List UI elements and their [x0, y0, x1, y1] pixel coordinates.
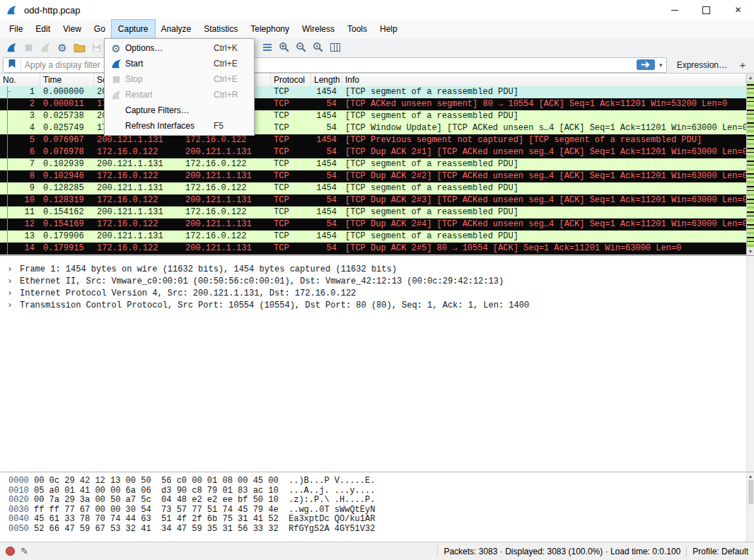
- hex-bytes: 05 a0 01 41 00 00 6a 06 d3 90 c8 79 01 8…: [34, 486, 289, 496]
- cell-source: 200.121.1.131: [94, 134, 182, 146]
- scroll-up-icon[interactable]: ▲: [747, 472, 754, 480]
- cell-info: [TCP segment of a reassembled PDU]: [342, 158, 746, 170]
- zoom-out-icon: [296, 42, 307, 53]
- expand-arrow-icon[interactable]: ›: [8, 275, 20, 287]
- capture-menu-start[interactable]: StartCtrl+E: [105, 56, 254, 71]
- cell-time: 0.128285: [40, 182, 94, 194]
- packet-row-9[interactable]: 90.128285200.121.1.131172.16.0.122TCP145…: [0, 182, 746, 194]
- packet-row-11[interactable]: 110.154162200.121.1.131172.16.0.122TCP14…: [0, 206, 746, 218]
- capture-menu-options[interactable]: ⚙Options…Ctrl+K: [105, 40, 254, 56]
- menu-edit[interactable]: Edit: [29, 20, 57, 38]
- expand-arrow-icon[interactable]: ›: [8, 287, 20, 299]
- hex-row[interactable]: 000000 0c 29 42 12 13 00 50 56 c0 00 01 …: [0, 477, 754, 486]
- detail-row[interactable]: ›Ethernet II, Src: Vmware_c0:00:01 (00:5…: [0, 275, 754, 287]
- cell-protocol: TCP: [271, 194, 311, 206]
- cell-destination: 200.121.1.131: [182, 146, 271, 158]
- hex-row[interactable]: 004045 61 33 78 70 74 44 63 51 4f 2f 6b …: [0, 515, 754, 525]
- menu-help[interactable]: Help: [373, 20, 404, 38]
- display-filter-field[interactable]: ▾: [3, 57, 667, 73]
- packet-list-minimap[interactable]: [747, 81, 754, 247]
- menu-view[interactable]: View: [57, 20, 88, 38]
- column-header-protocol[interactable]: Protocol: [271, 74, 311, 86]
- zoom-out-button[interactable]: [293, 39, 310, 56]
- packet-row-13[interactable]: 130.179906200.121.1.131172.16.0.122TCP14…: [0, 231, 746, 243]
- expert-info-icon[interactable]: [6, 547, 15, 556]
- apply-filter-button[interactable]: [637, 59, 655, 70]
- scrollbar-thumb[interactable]: [748, 480, 753, 504]
- toolbar-capture-file-group: ⚙: [3, 39, 105, 56]
- expand-arrow-icon[interactable]: ›: [8, 299, 20, 311]
- cell-info: [TCP Dup ACK 2#4] [TCP ACKed unseen seg……: [342, 218, 746, 231]
- detail-row[interactable]: ›Frame 1: 1454 bytes on wire (11632 bits…: [0, 263, 754, 275]
- packet-row-14[interactable]: 140.179915172.16.0.122200.121.1.131TCP54…: [0, 243, 746, 255]
- statusbar-profile[interactable]: Profile: Default: [692, 547, 748, 556]
- statusbar-divider: [686, 546, 687, 557]
- cell-destination: 172.16.0.122: [182, 206, 271, 218]
- menu-wireless[interactable]: Wireless: [296, 20, 341, 38]
- packet-row-10[interactable]: 100.128319172.16.0.122200.121.1.131TCP54…: [0, 194, 746, 206]
- capture-comment-icon[interactable]: ✎: [21, 546, 28, 556]
- column-header-time[interactable]: Time: [40, 74, 94, 86]
- maximize-button[interactable]: [690, 0, 722, 20]
- menu-go[interactable]: Go: [88, 20, 112, 38]
- column-header-length[interactable]: Length: [311, 74, 342, 86]
- restart-capture-icon: [40, 42, 52, 54]
- minimize-button[interactable]: [659, 0, 690, 20]
- start-capture-button[interactable]: [3, 39, 20, 56]
- cell-no: 9: [0, 182, 40, 194]
- stop-capture-button: [20, 39, 37, 56]
- cell-protocol: TCP: [271, 86, 311, 98]
- cell-protocol: TCP: [271, 218, 311, 231]
- hex-ascii: ..wg..0T sWwQtEyN: [289, 506, 375, 515]
- details-scrollbar[interactable]: [746, 256, 754, 472]
- zoom-original-button[interactable]: [310, 39, 327, 56]
- packet-row-8[interactable]: 80.102946172.16.0.122200.121.1.131TCP54[…: [0, 170, 746, 182]
- cell-no: 12: [0, 218, 40, 231]
- cell-length: 1454: [311, 110, 342, 122]
- menu-statistics[interactable]: Statistics: [197, 20, 244, 38]
- zoom-in-button[interactable]: [276, 39, 293, 56]
- filter-bookmark-button[interactable]: [4, 58, 21, 72]
- packet-row-6[interactable]: 60.076978172.16.0.122200.121.1.131TCP54[…: [0, 146, 746, 158]
- column-header-info[interactable]: Info: [342, 74, 746, 86]
- hex-row[interactable]: 0030ff ff 77 67 00 00 30 54 73 57 77 51 …: [0, 506, 754, 515]
- menu-tools[interactable]: Tools: [341, 20, 373, 38]
- menu-capture[interactable]: Capture: [112, 20, 155, 38]
- expand-arrow-icon[interactable]: ›: [8, 263, 20, 275]
- resize-columns-button[interactable]: [327, 39, 344, 56]
- menu-item-label: Start: [125, 59, 214, 69]
- hex-row[interactable]: 002000 7a 29 3a 00 50 a7 5c 04 48 e2 e2 …: [0, 496, 754, 506]
- detail-row[interactable]: ›Transmission Control Protocol, Src Port…: [0, 299, 754, 311]
- cell-info: [TCP Dup ACK 2#5] 80 → 10554 [ACK] Seq=1…: [342, 243, 746, 255]
- menu-file[interactable]: File: [3, 20, 29, 38]
- hex-row[interactable]: 005052 66 47 59 67 53 32 41 34 47 59 35 …: [0, 525, 754, 535]
- expression-button[interactable]: Expression…: [673, 59, 731, 71]
- filter-history-caret-icon[interactable]: ▾: [656, 62, 666, 69]
- hex-offset: 0040: [8, 515, 34, 525]
- scroll-up-icon[interactable]: ▲: [747, 74, 754, 81]
- menu-telephony[interactable]: Telephony: [244, 20, 296, 38]
- packet-row-5[interactable]: 50.076967200.121.1.131172.16.0.122TCP145…: [0, 134, 746, 146]
- capture-menu-refresh-interfaces[interactable]: Refresh InterfacesF5: [105, 118, 254, 134]
- packet-list-layout-button[interactable]: [259, 39, 276, 56]
- menu-analyze[interactable]: Analyze: [155, 20, 198, 38]
- capture-options-button[interactable]: ⚙: [54, 39, 71, 56]
- hex-row[interactable]: 001005 a0 01 41 00 00 6a 06 d3 90 c8 79 …: [0, 486, 754, 496]
- hex-offset: 0020: [8, 496, 34, 506]
- add-filter-button[interactable]: +: [736, 59, 750, 71]
- cell-info: [TCP segment of a reassembled PDU]: [342, 206, 746, 218]
- column-header-no[interactable]: No.: [0, 74, 40, 86]
- toolbar-view-group: [259, 39, 344, 56]
- capture-menu-capture-filters[interactable]: Capture Filters…: [105, 103, 254, 118]
- detail-row[interactable]: ›Internet Protocol Version 4, Src: 200.1…: [0, 287, 754, 299]
- scroll-down-icon[interactable]: ▼: [747, 247, 754, 255]
- packet-list-scrollbar[interactable]: ▲ ▼: [746, 74, 754, 255]
- close-button[interactable]: ✕: [722, 0, 754, 20]
- cell-time: 0.154162: [40, 206, 94, 218]
- bytes-scrollbar[interactable]: ▲: [746, 472, 754, 542]
- statusbar-statistics: Packets: 3083 · Displayed: 3083 (100.0%)…: [443, 547, 680, 556]
- hex-ascii: RfGYgS2A 4GY51V32: [289, 525, 375, 535]
- packet-row-12[interactable]: 120.154169172.16.0.122200.121.1.131TCP54…: [0, 218, 746, 231]
- open-file-button[interactable]: [71, 39, 88, 56]
- packet-row-7[interactable]: 70.102939200.121.1.131172.16.0.122TCP145…: [0, 158, 746, 170]
